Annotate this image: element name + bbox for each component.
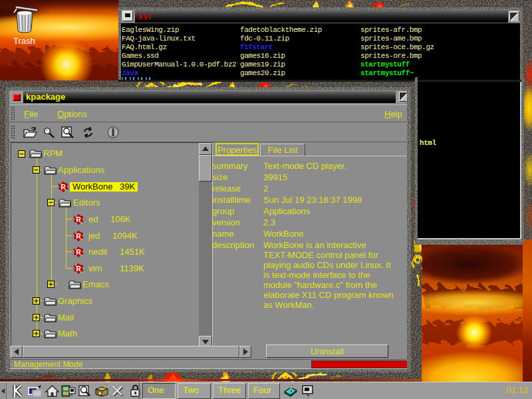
- svg-text:R: R: [76, 215, 82, 223]
- svg-text:R: R: [76, 265, 82, 272]
- svg-text:R: R: [76, 232, 82, 239]
- svg-text:R: R: [76, 248, 82, 255]
- svg-text:R: R: [61, 183, 66, 190]
